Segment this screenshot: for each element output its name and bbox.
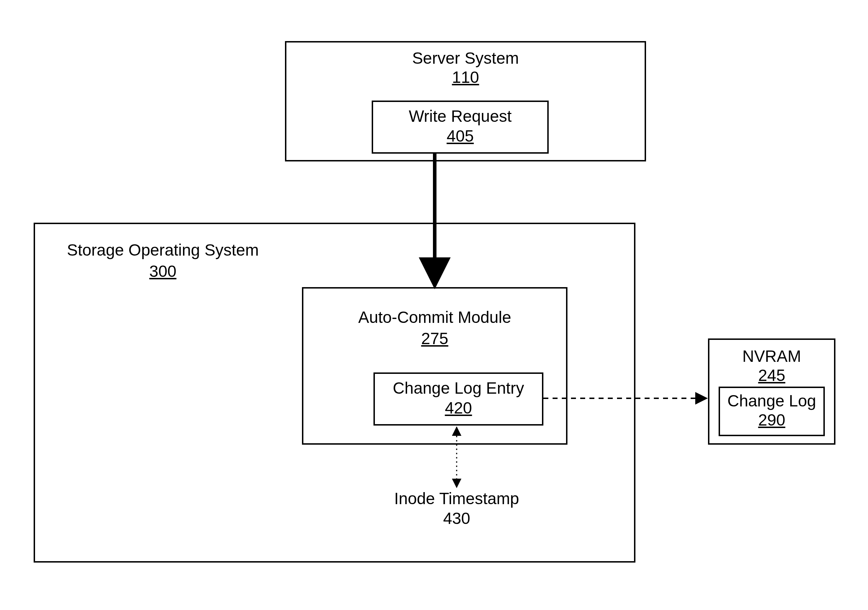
server-system-title: Server System — [285, 49, 646, 68]
write-request-ref: 405 — [372, 127, 549, 146]
change-log-ref: 290 — [719, 411, 825, 430]
inode-timestamp-ref: 430 — [354, 509, 559, 528]
auto-commit-title: Auto-Commit Module — [302, 308, 567, 327]
write-request-title: Write Request — [372, 107, 549, 126]
change-log-entry-title: Change Log Entry — [374, 379, 543, 397]
server-system-ref: 110 — [285, 68, 646, 87]
nvram-title: NVRAM — [708, 347, 835, 366]
storage-os-ref: 300 — [42, 262, 283, 281]
storage-os-title: Storage Operating System — [42, 241, 283, 259]
change-log-title: Change Log — [719, 391, 825, 410]
change-log-entry-ref: 420 — [374, 399, 543, 418]
auto-commit-ref: 275 — [302, 329, 567, 348]
nvram-ref: 245 — [708, 366, 835, 385]
inode-timestamp-title: Inode Timestamp — [354, 489, 559, 508]
diagram-stage: Server System 110 Write Request 405 Stor… — [0, 0, 868, 610]
